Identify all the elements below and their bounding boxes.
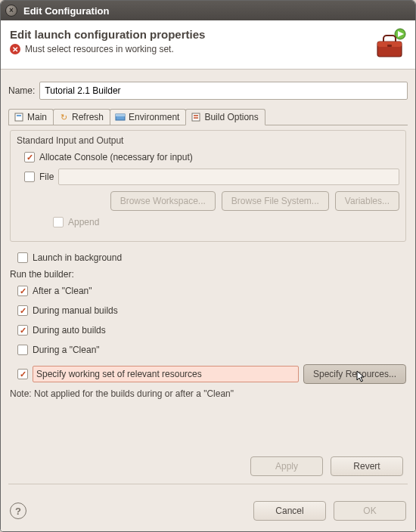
variables-button: Variables... (335, 191, 399, 211)
banner: Edit launch configuration properties ✕ M… (1, 20, 415, 70)
main-tab-icon (14, 112, 24, 122)
tab-build-options[interactable]: Build Options (185, 109, 265, 125)
svg-rect-8 (116, 114, 125, 116)
apply-button: Apply (250, 456, 323, 476)
close-icon[interactable]: × (5, 5, 17, 17)
separator (8, 484, 408, 484)
allocate-console-checkbox[interactable] (24, 152, 35, 162)
name-input[interactable] (39, 82, 408, 100)
window-title: Edit Configuration (23, 5, 411, 17)
after-clean-label: After a "Clean" (33, 286, 92, 296)
file-buttons: Browse Workspace... Browse File System..… (51, 191, 399, 211)
manual-builds-row: During manual builds (17, 302, 406, 319)
file-label: File (39, 172, 54, 182)
working-set-checkbox[interactable] (17, 369, 28, 379)
svg-rect-5 (15, 113, 23, 121)
during-clean-label: During a "Clean" (33, 345, 100, 355)
auto-builds-checkbox[interactable] (17, 325, 28, 336)
dialog-window: × Edit Configuration Edit launch configu… (0, 0, 416, 532)
after-clean-checkbox[interactable] (17, 286, 28, 296)
launch-bg-label: Launch in background (33, 252, 122, 263)
name-row: Name: (8, 82, 408, 100)
error-icon: ✕ (10, 44, 20, 54)
manual-builds-checkbox[interactable] (17, 305, 28, 316)
error-row: ✕ Must select resources in working set. (10, 44, 374, 54)
help-icon[interactable]: ? (10, 503, 26, 519)
build-options-tab-icon (191, 112, 201, 122)
tab-main[interactable]: Main (8, 109, 54, 125)
apply-revert-row: Apply Revert (8, 450, 408, 479)
specify-resources-button[interactable]: Specify Resources... (303, 364, 406, 384)
environment-tab-icon (115, 112, 126, 122)
ok-button: OK (334, 501, 406, 521)
titlebar[interactable]: × Edit Configuration (1, 1, 415, 20)
banner-heading: Edit launch configuration properties (10, 28, 374, 41)
during-clean-checkbox[interactable] (17, 345, 28, 355)
file-path-input (58, 169, 399, 185)
append-label: Append (68, 217, 99, 227)
append-row: Append (53, 214, 399, 230)
tab-environment[interactable]: Environment (110, 109, 186, 125)
browse-filesystem-button: Browse File System... (222, 191, 329, 211)
manual-builds-label: During manual builds (33, 305, 118, 316)
error-text: Must select resources in working set. (25, 44, 174, 54)
allocate-console-label: Allocate Console (necessary for input) (39, 152, 193, 162)
group-legend: Standard Input and Output (17, 135, 399, 146)
tab-refresh[interactable]: ↻ Refresh (53, 109, 110, 125)
during-clean-row: During a "Clean" (17, 342, 406, 358)
svg-rect-4 (387, 45, 392, 47)
working-set-label: Specify working set of relevant resource… (36, 369, 202, 379)
tab-label: Build Options (204, 112, 258, 122)
allocate-console-row: Allocate Console (necessary for input) (24, 149, 399, 165)
refresh-tab-icon: ↻ (58, 112, 69, 122)
revert-button[interactable]: Revert (331, 456, 403, 476)
auto-builds-label: During auto builds (33, 325, 106, 336)
build-options-pane: Standard Input and Output Allocate Conso… (8, 125, 408, 401)
dialog-button-bar: ? Cancel OK (1, 493, 415, 531)
dialog-content: Edit launch configuration properties ✕ M… (1, 20, 415, 531)
toolbox-icon (374, 28, 406, 60)
tab-bar: Main ↻ Refresh Environment Build Opt (8, 107, 408, 125)
browse-workspace-button: Browse Workspace... (110, 191, 216, 211)
main-area: Name: Main ↻ Refresh (1, 70, 415, 493)
launch-bg-checkbox[interactable] (17, 252, 28, 263)
working-set-field: Specify working set of relevant resource… (33, 366, 299, 382)
file-row: File (24, 169, 399, 185)
launch-bg-row: Launch in background (17, 249, 406, 266)
tab-label: Refresh (72, 112, 104, 122)
std-io-group: Standard Input and Output Allocate Conso… (10, 130, 406, 242)
after-clean-row: After a "Clean" (17, 283, 406, 299)
note-text: Note: Not applied for the builds during … (10, 388, 406, 399)
svg-rect-6 (17, 115, 21, 116)
tab-label: Main (27, 112, 47, 122)
tab-label: Environment (129, 112, 179, 122)
cancel-button[interactable]: Cancel (253, 501, 326, 521)
run-builder-heading: Run the builder: (10, 269, 406, 280)
auto-builds-row: During auto builds (17, 322, 406, 339)
file-checkbox[interactable] (24, 172, 35, 182)
svg-rect-9 (192, 113, 200, 121)
name-label: Name: (8, 85, 35, 96)
working-set-row: Specify working set of relevant resource… (17, 364, 406, 384)
append-checkbox (53, 217, 64, 227)
